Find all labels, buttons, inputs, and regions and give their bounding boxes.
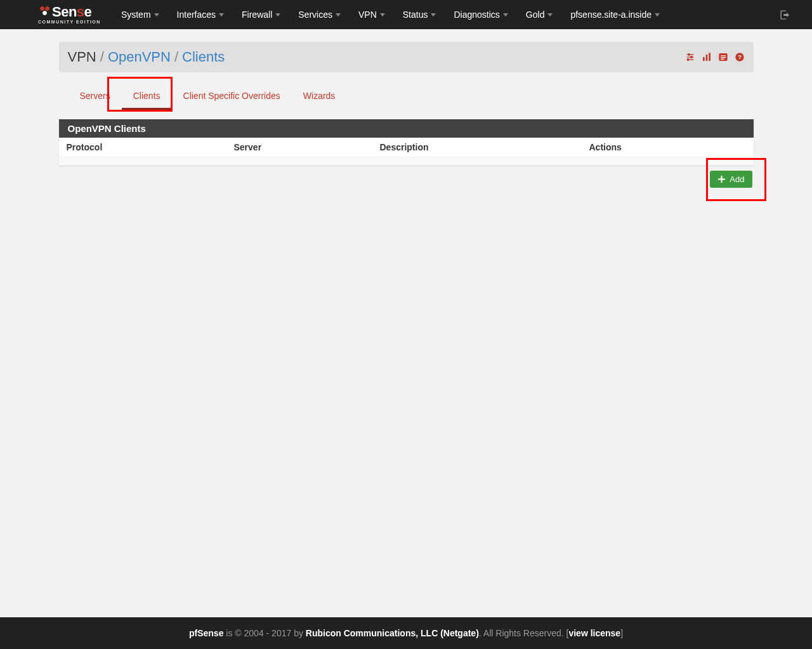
footer-company: Rubicon Communications, LLC (Netgate) bbox=[306, 628, 479, 638]
col-protocol: Protocol bbox=[63, 142, 234, 152]
footer: pfSense is © 2004 - 2017 by Rubicon Comm… bbox=[0, 617, 812, 649]
breadcrumb-panel: VPN / OpenVPN / Clients ? bbox=[59, 42, 754, 72]
logo-subtitle: COMMUNITY EDITION bbox=[38, 20, 101, 24]
tab-wizards[interactable]: Wizards bbox=[292, 84, 347, 110]
panel-title: OpenVPN Clients bbox=[59, 119, 754, 138]
chevron-down-icon bbox=[275, 13, 280, 16]
add-button[interactable]: Add bbox=[710, 171, 752, 188]
nav-gold[interactable]: Gold bbox=[517, 0, 562, 29]
view-license-link[interactable]: view license bbox=[568, 628, 620, 638]
nav-status[interactable]: Status bbox=[394, 0, 445, 29]
table-panel: OpenVPN Clients Protocol Server Descript… bbox=[59, 119, 754, 166]
chevron-down-icon bbox=[503, 13, 508, 16]
col-description: Description bbox=[380, 142, 589, 152]
logout-icon[interactable] bbox=[771, 10, 799, 20]
breadcrumb-root: VPN bbox=[68, 49, 96, 65]
svg-rect-7 bbox=[705, 55, 707, 61]
col-server: Server bbox=[234, 142, 380, 152]
tab-servers[interactable]: Servers bbox=[69, 84, 122, 110]
sliders-icon[interactable] bbox=[685, 52, 695, 62]
col-actions: Actions bbox=[589, 142, 750, 152]
nav-diagnostics[interactable]: Diagnostics bbox=[445, 0, 516, 29]
tab-overrides[interactable]: Client Specific Overrides bbox=[172, 84, 292, 110]
chevron-down-icon bbox=[547, 13, 553, 16]
chart-icon[interactable] bbox=[702, 52, 712, 62]
svg-point-3 bbox=[688, 54, 690, 56]
help-icon[interactable]: ? bbox=[735, 52, 745, 62]
table-header: Protocol Server Description Actions bbox=[59, 138, 754, 157]
navbar: Sense COMMUNITY EDITION System Interface… bbox=[0, 0, 812, 29]
nav-items: System Interfaces Firewall Services VPN … bbox=[112, 0, 669, 29]
main-container: VPN / OpenVPN / Clients ? Servers Client… bbox=[59, 42, 754, 617]
svg-rect-16 bbox=[718, 178, 725, 180]
footer-brand: pfSense bbox=[189, 628, 223, 638]
panel-actions: ? bbox=[685, 52, 745, 62]
chevron-down-icon bbox=[655, 13, 660, 16]
svg-rect-8 bbox=[709, 53, 710, 61]
nav-firewall[interactable]: Firewall bbox=[233, 0, 289, 29]
chevron-down-icon bbox=[219, 13, 224, 16]
table-body bbox=[59, 157, 754, 166]
breadcrumb: VPN / OpenVPN / Clients bbox=[68, 49, 225, 65]
tabs: Servers Clients Client Specific Override… bbox=[59, 79, 754, 110]
tab-clients[interactable]: Clients bbox=[122, 84, 172, 110]
svg-text:?: ? bbox=[738, 54, 742, 60]
nav-system[interactable]: System bbox=[112, 0, 168, 29]
nav-hostname[interactable]: pfsense.site-a.inside bbox=[561, 0, 669, 29]
log-icon[interactable] bbox=[718, 52, 728, 62]
nav-interfaces[interactable]: Interfaces bbox=[168, 0, 233, 29]
logo-text: Sen bbox=[52, 5, 77, 19]
logo-icon bbox=[38, 6, 51, 18]
add-button-label: Add bbox=[730, 174, 744, 184]
svg-rect-6 bbox=[703, 57, 705, 61]
svg-point-4 bbox=[690, 56, 692, 58]
chevron-down-icon bbox=[431, 13, 436, 16]
breadcrumb-openvpn[interactable]: OpenVPN bbox=[108, 49, 171, 65]
nav-vpn[interactable]: VPN bbox=[350, 0, 394, 29]
chevron-down-icon bbox=[336, 13, 341, 16]
chevron-down-icon bbox=[154, 13, 159, 16]
nav-services[interactable]: Services bbox=[289, 0, 350, 29]
chevron-down-icon bbox=[380, 13, 385, 16]
logo[interactable]: Sense COMMUNITY EDITION bbox=[38, 0, 101, 29]
breadcrumb-clients[interactable]: Clients bbox=[182, 49, 225, 65]
plus-icon bbox=[717, 175, 726, 183]
svg-point-5 bbox=[687, 59, 689, 61]
